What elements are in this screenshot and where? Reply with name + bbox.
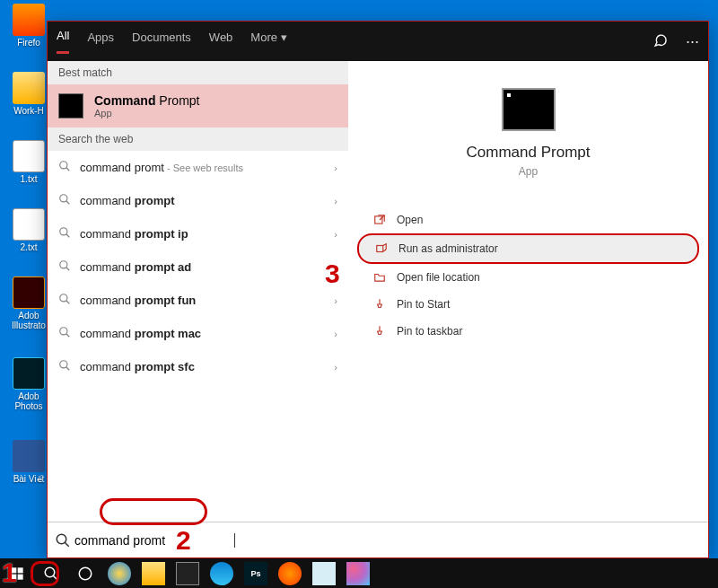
web-result[interactable]: command prompt ip › bbox=[48, 217, 348, 250]
search-input[interactable] bbox=[74, 533, 236, 548]
admin-shield-icon bbox=[375, 242, 390, 255]
action-pin-start[interactable]: Pin to Start bbox=[357, 291, 699, 318]
result-details: Command Prompt App Open Run as administr… bbox=[348, 61, 708, 522]
svg-point-0 bbox=[60, 162, 67, 169]
action-label: Pin to Start bbox=[397, 298, 450, 311]
web-result[interactable]: command prompt ad › bbox=[48, 250, 348, 284]
action-label: Open bbox=[397, 214, 423, 226]
action-label: Open file location bbox=[397, 271, 480, 284]
search-icon bbox=[58, 326, 71, 341]
best-match-item[interactable]: Command Prompt App bbox=[48, 84, 348, 127]
search-icon bbox=[58, 293, 71, 308]
chevron-right-icon: › bbox=[334, 196, 337, 206]
web-result[interactable]: command prompt sfc › bbox=[48, 350, 348, 383]
pin-icon bbox=[373, 298, 388, 311]
svg-point-10 bbox=[60, 328, 67, 335]
svg-rect-14 bbox=[375, 216, 382, 224]
results-left-column: Best match Command Prompt App Search the… bbox=[48, 61, 348, 522]
tab-more[interactable]: More ▾ bbox=[250, 31, 286, 53]
chevron-right-icon: › bbox=[334, 229, 337, 240]
taskbar-store[interactable] bbox=[176, 562, 199, 585]
svg-line-23 bbox=[53, 575, 57, 580]
svg-line-9 bbox=[66, 301, 70, 304]
action-open[interactable]: Open bbox=[357, 206, 699, 233]
action-label: Run as administrator bbox=[398, 242, 498, 255]
svg-point-12 bbox=[60, 361, 67, 368]
search-input-row bbox=[48, 522, 708, 557]
search-icon bbox=[58, 259, 71, 275]
chevron-down-icon: ▾ bbox=[281, 31, 287, 44]
search-icon bbox=[58, 193, 71, 208]
cmd-icon-large bbox=[502, 88, 556, 131]
chevron-right-icon: › bbox=[334, 362, 337, 373]
chevron-right-icon: › bbox=[334, 162, 337, 173]
taskbar: Ps bbox=[0, 558, 718, 588]
taskbar-explorer[interactable] bbox=[142, 562, 165, 585]
label: 2.txt bbox=[7, 242, 50, 252]
tab-apps[interactable]: Apps bbox=[87, 31, 114, 53]
cmd-icon bbox=[58, 93, 83, 118]
tab-documents[interactable]: Documents bbox=[132, 31, 191, 53]
desktop-icon-ps[interactable]: Adob Photos bbox=[7, 357, 50, 411]
svg-rect-21 bbox=[18, 574, 23, 579]
search-icon bbox=[58, 359, 71, 374]
label: Bài Viết bbox=[7, 474, 50, 484]
label: Work-H bbox=[7, 106, 50, 116]
svg-line-5 bbox=[66, 234, 70, 238]
desktop-icon-2txt[interactable]: 2.txt bbox=[7, 208, 50, 252]
web-result[interactable]: command prompt › bbox=[48, 184, 348, 217]
web-result[interactable]: command prompt mac › bbox=[48, 317, 348, 350]
svg-line-11 bbox=[66, 334, 70, 338]
search-tabs: All Apps Documents Web More ▾ ⋯ bbox=[48, 22, 708, 61]
desktop-icon-ai[interactable]: Adob Illustrato bbox=[7, 276, 50, 330]
taskbar-photoshop[interactable]: Ps bbox=[244, 562, 267, 585]
svg-rect-15 bbox=[377, 246, 383, 252]
section-search-web: Search the web bbox=[48, 127, 348, 151]
web-result[interactable]: command promt - See web results › bbox=[48, 151, 348, 184]
svg-line-13 bbox=[66, 367, 70, 371]
label: 1.txt bbox=[7, 174, 50, 184]
desktop-icon-workh[interactable]: Work-H bbox=[7, 72, 50, 116]
search-icon bbox=[55, 532, 71, 549]
action-run-as-admin[interactable]: Run as administrator bbox=[357, 233, 699, 264]
feedback-icon[interactable] bbox=[653, 33, 668, 50]
taskbar-firefox[interactable] bbox=[278, 562, 302, 585]
svg-point-4 bbox=[60, 228, 67, 235]
svg-rect-19 bbox=[18, 567, 23, 573]
annotation-1: 1 bbox=[2, 557, 17, 588]
desktop-icon-firefox[interactable]: Firefo bbox=[7, 4, 50, 48]
tab-web[interactable]: Web bbox=[209, 31, 233, 53]
web-result[interactable]: command prompt fun › bbox=[48, 284, 348, 317]
taskbar-paint[interactable] bbox=[346, 562, 370, 585]
cortana-button[interactable] bbox=[74, 562, 97, 585]
search-icon bbox=[58, 160, 71, 175]
tab-all[interactable]: All bbox=[57, 29, 69, 54]
svg-point-22 bbox=[45, 567, 55, 577]
actions-list: Open Run as administrator Open file loca… bbox=[357, 206, 699, 345]
label: Firefo bbox=[7, 38, 50, 48]
best-match-subtitle: App bbox=[94, 108, 199, 118]
annotation-3: 3 bbox=[325, 259, 340, 289]
open-icon bbox=[373, 214, 388, 226]
action-pin-taskbar[interactable]: Pin to taskbar bbox=[357, 318, 699, 345]
svg-point-16 bbox=[57, 534, 66, 544]
more-options-icon[interactable]: ⋯ bbox=[686, 33, 699, 49]
taskbar-notepad[interactable] bbox=[312, 562, 336, 585]
tab-more-label: More bbox=[250, 31, 277, 44]
details-subtitle: App bbox=[519, 165, 538, 178]
web-result-list: command promt - See web results › comman… bbox=[48, 151, 348, 522]
action-open-location[interactable]: Open file location bbox=[357, 264, 699, 291]
desktop-icon-word[interactable]: Bài Viết bbox=[7, 440, 50, 484]
svg-point-6 bbox=[60, 261, 67, 268]
text-caret bbox=[234, 533, 235, 548]
chevron-right-icon: › bbox=[334, 329, 337, 339]
folder-icon bbox=[373, 271, 388, 284]
taskbar-edge[interactable] bbox=[210, 562, 233, 585]
desktop-icon-1txt[interactable]: 1.txt bbox=[7, 140, 50, 184]
taskbar-ie[interactable] bbox=[108, 562, 131, 585]
taskbar-search-button[interactable] bbox=[39, 562, 63, 585]
label: Adob Illustrato bbox=[7, 311, 50, 330]
svg-line-7 bbox=[66, 268, 70, 271]
svg-point-2 bbox=[60, 195, 67, 202]
svg-point-24 bbox=[79, 567, 92, 580]
